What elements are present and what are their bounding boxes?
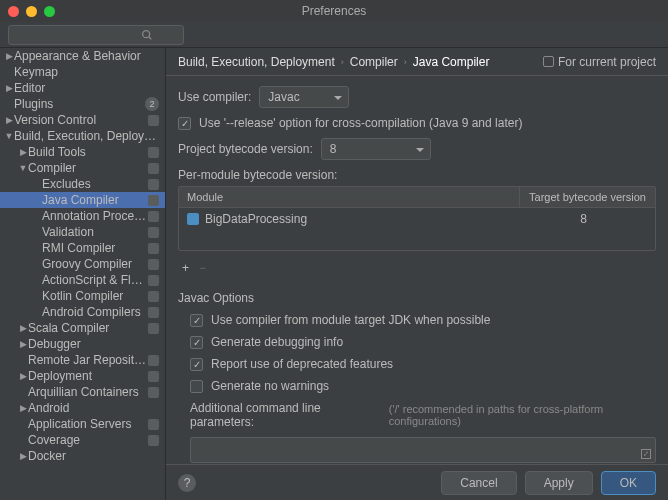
sidebar-item[interactable]: ▶Docker xyxy=(0,448,165,464)
sidebar-item[interactable]: ▶Debugger xyxy=(0,336,165,352)
opt3-checkbox[interactable] xyxy=(190,358,203,371)
sidebar-item-label: Debugger xyxy=(28,337,161,351)
breadcrumb-a: Build, Execution, Deployment xyxy=(178,55,335,69)
sidebar-item-label: Version Control xyxy=(14,113,148,127)
sidebar-item[interactable]: ▶Deployment xyxy=(0,368,165,384)
sidebar-item-label: ActionScript & Flex Compiler xyxy=(42,273,148,287)
sidebar-item[interactable]: Kotlin Compiler xyxy=(0,288,165,304)
help-button[interactable]: ? xyxy=(178,474,196,492)
addl-params-hint: ('/' recommended in paths for cross-plat… xyxy=(389,403,656,427)
search-input[interactable] xyxy=(8,25,184,45)
sidebar-item-label: Excludes xyxy=(42,177,148,191)
sidebar-item[interactable]: Excludes xyxy=(0,176,165,192)
opt4-checkbox[interactable] xyxy=(190,380,203,393)
remove-button[interactable]: − xyxy=(199,261,206,275)
project-scope-icon xyxy=(148,291,159,302)
sidebar-item[interactable]: Android Compilers xyxy=(0,304,165,320)
chevron-right-icon: › xyxy=(404,57,407,67)
tree-arrow-icon: ▶ xyxy=(18,451,28,461)
opt2-checkbox[interactable] xyxy=(190,336,203,349)
col-target[interactable]: Target bytecode version xyxy=(520,187,655,207)
tree-arrow-icon: ▶ xyxy=(18,371,28,381)
table-row[interactable]: BigDataProcessing 8 xyxy=(179,208,655,230)
project-scope-icon xyxy=(148,419,159,430)
sidebar-item-label: Arquillian Containers xyxy=(28,385,148,399)
tree-arrow-icon: ▼ xyxy=(4,131,14,141)
per-module-label: Per-module bytecode version: xyxy=(178,168,656,182)
sidebar-item-label: Deployment xyxy=(28,369,148,383)
sidebar-item-label: Application Servers xyxy=(28,417,148,431)
sidebar-item[interactable]: ▶Scala Compiler xyxy=(0,320,165,336)
scope-label: For current project xyxy=(543,55,656,69)
apply-button[interactable]: Apply xyxy=(525,471,593,495)
count-badge: 2 xyxy=(145,97,159,111)
sidebar-item[interactable]: Keymap xyxy=(0,64,165,80)
tree-arrow-icon: ▶ xyxy=(4,115,14,125)
project-scope-icon xyxy=(148,307,159,318)
sidebar[interactable]: ▶Appearance & BehaviorKeymap▶EditorPlugi… xyxy=(0,48,166,500)
ok-button[interactable]: OK xyxy=(601,471,656,495)
svg-line-1 xyxy=(149,36,152,39)
svg-point-0 xyxy=(143,30,150,37)
use-compiler-select[interactable]: Javac xyxy=(259,86,349,108)
maximize-icon[interactable] xyxy=(44,6,55,17)
sidebar-item-label: Android xyxy=(28,401,161,415)
project-scope-icon xyxy=(148,211,159,222)
project-scope-icon xyxy=(148,275,159,286)
sidebar-item[interactable]: ▼Compiler xyxy=(0,160,165,176)
sidebar-item[interactable]: RMI Compiler xyxy=(0,240,165,256)
sidebar-item[interactable]: Plugins2 xyxy=(0,96,165,112)
minimize-icon[interactable] xyxy=(26,6,37,17)
form-body: Use compiler: Javac Use '--release' opti… xyxy=(166,76,668,464)
sidebar-item-label: Groovy Compiler xyxy=(42,257,148,271)
sidebar-item[interactable]: ▼Build, Execution, Deployment xyxy=(0,128,165,144)
sidebar-item-label: RMI Compiler xyxy=(42,241,148,255)
release-option-label: Use '--release' option for cross-compila… xyxy=(199,116,522,130)
sidebar-item[interactable]: ▶Android xyxy=(0,400,165,416)
project-scope-icon xyxy=(148,243,159,254)
sidebar-item-label: Java Compiler xyxy=(42,193,148,207)
bytecode-version-label: Project bytecode version: xyxy=(178,142,313,156)
cancel-button[interactable]: Cancel xyxy=(441,471,516,495)
tree-arrow-icon: ▶ xyxy=(18,339,28,349)
sidebar-item-label: Plugins xyxy=(14,97,145,111)
addl-params-input[interactable]: ⤢ xyxy=(190,437,656,463)
tree-arrow-icon: ▶ xyxy=(18,323,28,333)
sidebar-item-label: Coverage xyxy=(28,433,148,447)
bytecode-version-select[interactable]: 8 xyxy=(321,138,431,160)
sidebar-item[interactable]: Java Compiler xyxy=(0,192,165,208)
sidebar-item[interactable]: Application Servers xyxy=(0,416,165,432)
breadcrumb: Build, Execution, Deployment › Compiler … xyxy=(166,48,668,76)
tree-arrow-icon: ▼ xyxy=(18,163,28,173)
sidebar-item-label: Editor xyxy=(14,81,161,95)
sidebar-item[interactable]: Remote Jar Repositories xyxy=(0,352,165,368)
addl-params-label: Additional command line parameters: xyxy=(190,401,373,429)
window-controls xyxy=(8,6,55,17)
sidebar-item[interactable]: Validation xyxy=(0,224,165,240)
sidebar-item[interactable]: ▶Editor xyxy=(0,80,165,96)
sidebar-item-label: Remote Jar Repositories xyxy=(28,353,148,367)
sidebar-item[interactable]: ▶Build Tools xyxy=(0,144,165,160)
close-icon[interactable] xyxy=(8,6,19,17)
add-button[interactable]: + xyxy=(182,261,189,275)
tree-arrow-icon: ▶ xyxy=(4,83,14,93)
search-row xyxy=(0,22,668,48)
sidebar-item[interactable]: Annotation Processors xyxy=(0,208,165,224)
module-version: 8 xyxy=(520,212,647,226)
project-scope-icon xyxy=(148,227,159,238)
project-scope-icon xyxy=(148,195,159,206)
expand-icon[interactable]: ⤢ xyxy=(641,449,651,459)
tree-arrow-icon: ▶ xyxy=(18,403,28,413)
sidebar-item[interactable]: ActionScript & Flex Compiler xyxy=(0,272,165,288)
sidebar-item-label: Android Compilers xyxy=(42,305,148,319)
sidebar-item-label: Build, Execution, Deployment xyxy=(14,129,161,143)
sidebar-item[interactable]: Coverage xyxy=(0,432,165,448)
opt1-checkbox[interactable] xyxy=(190,314,203,327)
release-option-checkbox[interactable] xyxy=(178,117,191,130)
sidebar-item-label: Validation xyxy=(42,225,148,239)
sidebar-item[interactable]: ▶Version Control xyxy=(0,112,165,128)
sidebar-item[interactable]: ▶Appearance & Behavior xyxy=(0,48,165,64)
sidebar-item[interactable]: Groovy Compiler xyxy=(0,256,165,272)
sidebar-item[interactable]: Arquillian Containers xyxy=(0,384,165,400)
col-module[interactable]: Module xyxy=(179,187,520,207)
